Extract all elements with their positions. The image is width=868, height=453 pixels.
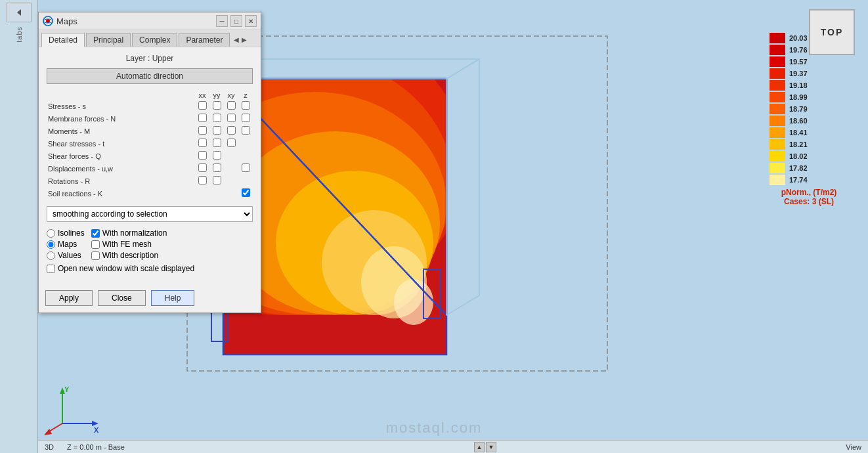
cb-cell-xx-5[interactable] [195,162,209,175]
cb-cell-xx-6[interactable] [195,175,209,187]
table-row: Shear stresses - t [47,137,253,150]
cb-yy-3-input[interactable] [213,139,221,147]
dialog-footer: Apply Close Help [39,286,261,313]
cb-cell-xx-4[interactable] [195,150,209,162]
cb-cell-z-2[interactable] [238,125,253,137]
row-label-7: Soil reactions - K [47,187,195,200]
row-label-1: Membrane forces - N [47,112,195,125]
cb-z-7-input[interactable] [242,188,250,197]
table-row: Soil reactions - K [47,187,253,200]
tab-complex[interactable]: Complex [132,33,177,47]
cb-yy-6-input[interactable] [213,176,221,184]
cb-cell-yy-5[interactable] [209,162,224,175]
cb-xx-4-input[interactable] [198,151,207,160]
smoothing-row: smoothing according to selection no smoo… [47,206,253,222]
cb-cell-z-5[interactable] [238,162,253,175]
cb-cell-z-1[interactable] [238,112,253,125]
tab-detailed[interactable]: Detailed [41,33,85,47]
col-xy-header: xy [224,91,238,100]
close-button[interactable]: ✕ [245,15,257,27]
cb-xx-1-input[interactable] [198,114,207,122]
cb-z-5-input[interactable] [242,163,250,172]
sidebar-back-arrow[interactable] [7,3,32,22]
cb-description-input[interactable] [91,251,100,260]
open-new-window-label: Open new window with scale displayed [58,264,194,273]
nav-up-button[interactable]: ▲ [474,442,485,452]
cb-z-2-input[interactable] [242,126,250,135]
cb-cell-z-7[interactable] [238,187,253,200]
cb-cell-z-0[interactable] [238,100,253,112]
cb-normalization-input[interactable] [91,229,100,238]
scale-value: 20.03 [789,34,808,42]
cb-yy-5-input[interactable] [213,163,221,172]
cb-xy-7 [224,187,238,200]
cb-open-new-window[interactable] [47,265,55,273]
cb-z-0-input[interactable] [242,101,250,110]
cb-cell-yy-0[interactable] [209,100,224,112]
smoothing-select[interactable]: smoothing according to selection no smoo… [47,206,253,222]
top-view-button[interactable]: TOP [809,9,855,55]
cb-cell-xx-0[interactable] [195,100,209,112]
cb-cell-xy-0[interactable] [224,100,238,112]
open-new-window-row[interactable]: Open new window with scale displayed [47,264,253,273]
cb-xy-3-input[interactable] [227,139,236,147]
sidebar-tabs-label[interactable]: tabs [15,26,23,43]
row-label-3: Shear stresses - t [47,137,195,150]
cb-xx-3-input[interactable] [198,139,207,147]
nav-down-button[interactable]: ▼ [486,442,496,452]
cb-yy-1-input[interactable] [213,114,221,122]
cb-xy-5 [224,162,238,175]
cb-cell-yy-4[interactable] [209,150,224,162]
cb-cell-yy-2[interactable] [209,125,224,137]
scale-color-swatch [770,127,785,138]
cb-z-6 [238,175,253,187]
cb-fe-mesh-input[interactable] [91,240,100,249]
maximize-button[interactable]: □ [230,15,242,27]
cb-cell-yy-6[interactable] [209,175,224,187]
cb-xx-5-input[interactable] [198,163,207,172]
cb-cell-xx-1[interactable] [195,112,209,125]
close-dialog-button[interactable]: Close [98,290,146,306]
tab-prev-arrow[interactable]: ◀ [232,36,240,43]
minimize-button[interactable]: ─ [216,15,228,27]
auto-direction-button[interactable]: Automatic direction [47,68,253,84]
cb-cell-xx-2[interactable] [195,125,209,137]
cb-yy-2-input[interactable] [213,126,221,135]
cb-xy-1-input[interactable] [227,114,236,122]
tab-next-arrow[interactable]: ▶ [240,36,248,43]
cb-xx-2-input[interactable] [198,126,207,135]
cb-cell-xy-3[interactable] [224,137,238,150]
radio-values[interactable]: Values [47,251,85,260]
col-yy-header: yy [209,91,224,100]
cb-description-label: With description [102,251,158,260]
cb-cell-xy-2[interactable] [224,125,238,137]
cb-cell-yy-1[interactable] [209,112,224,125]
display-right-col: With normalization With FE mesh With des… [91,228,167,260]
radio-maps-input[interactable] [47,240,55,249]
apply-button[interactable]: Apply [45,290,93,306]
scale-bar: 17.74 [770,175,848,185]
cb-xy-0-input[interactable] [227,101,236,110]
cb-cell-yy-3[interactable] [209,137,224,150]
scale-value: 18.99 [789,93,808,101]
tab-parameter[interactable]: Parameter [179,33,230,47]
scale-color-swatch [770,45,785,55]
cb-yy-0-input[interactable] [213,101,221,110]
cb-cell-xy-1[interactable] [224,112,238,125]
radio-isolines-input[interactable] [47,229,55,238]
radio-values-input[interactable] [47,251,55,260]
radio-maps[interactable]: Maps [47,240,85,249]
cb-normalization[interactable]: With normalization [91,228,167,238]
help-button[interactable]: Help [151,290,195,306]
radio-isolines[interactable]: Isolines [47,228,85,238]
bottom-nav: ▲ ▼ [474,442,496,452]
cb-xx-0-input[interactable] [198,101,207,110]
cb-cell-xx-3[interactable] [195,137,209,150]
cb-xx-6-input[interactable] [198,176,207,184]
tab-principal[interactable]: Principal [86,33,131,47]
cb-z-1-input[interactable] [242,114,250,122]
cb-yy-4-input[interactable] [213,151,221,160]
cb-description[interactable]: With description [91,251,167,260]
cb-xy-2-input[interactable] [227,126,236,135]
cb-fe-mesh[interactable]: With FE mesh [91,240,167,249]
